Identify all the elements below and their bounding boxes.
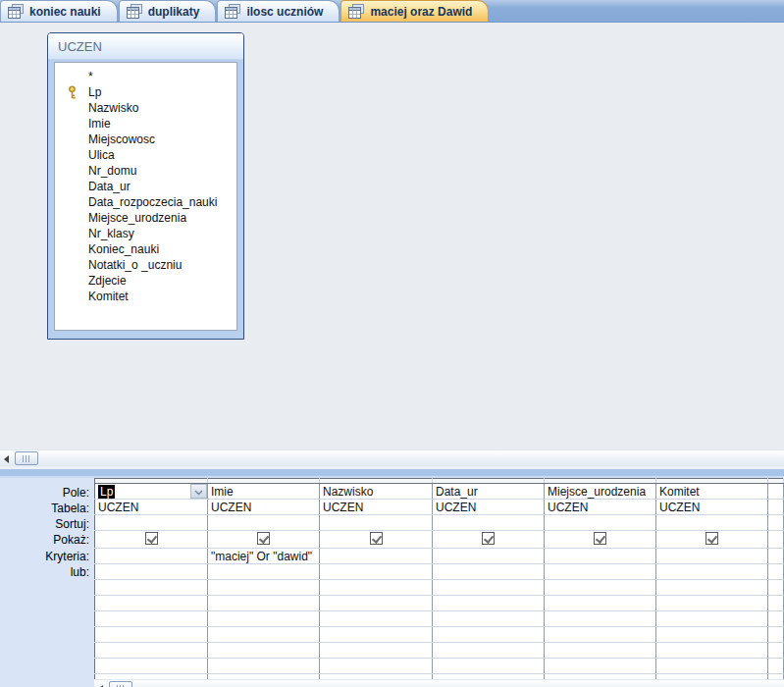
grid-cell-criteria[interactable] xyxy=(320,549,433,564)
grid-cell-show[interactable] xyxy=(95,531,208,549)
grid-empty-cell[interactable] xyxy=(656,643,768,659)
grid-empty-cell[interactable] xyxy=(433,627,545,643)
grid-empty-cell[interactable] xyxy=(768,580,784,596)
grid-empty-cell[interactable] xyxy=(545,596,656,611)
grid-empty-cell[interactable] xyxy=(768,643,784,659)
grid-empty-cell[interactable] xyxy=(433,580,545,596)
field-list-item-data-rozpoczecia-nauki[interactable]: Data_rozpoczecia_nauki xyxy=(55,194,236,210)
field-list-item-[interactable]: * xyxy=(55,69,236,84)
field-list-item-miejscowosc[interactable]: Miejscowosc xyxy=(55,132,236,147)
field-list-item-nr-klasy[interactable]: Nr_klasy xyxy=(55,226,236,241)
grid-cell-criteria[interactable] xyxy=(95,549,208,564)
grid-cell-show[interactable] xyxy=(545,531,656,549)
show-checkbox[interactable] xyxy=(706,532,718,545)
field-list-item-ulica[interactable]: Ulica xyxy=(55,147,236,163)
grid-filler-cell[interactable] xyxy=(768,515,784,531)
grid-empty-cell[interactable] xyxy=(545,627,656,643)
tab-koniec-nauki[interactable]: koniec nauki xyxy=(0,0,118,22)
field-dropdown-button[interactable] xyxy=(190,484,207,499)
grid-cell-show[interactable] xyxy=(208,531,320,549)
grid-cell-sort[interactable] xyxy=(95,515,208,531)
pane-splitter[interactable] xyxy=(0,467,784,478)
field-list-item-notatki-o-uczniu[interactable]: Notatki_o _uczniu xyxy=(55,257,236,273)
field-list-titlebar[interactable]: UCZEN xyxy=(48,33,243,60)
grid-empty-cell[interactable] xyxy=(433,596,545,611)
grid-empty-cell[interactable] xyxy=(433,659,545,674)
grid-empty-cell[interactable] xyxy=(320,627,433,643)
grid-empty-cell[interactable] xyxy=(320,611,433,627)
grid-empty-cell[interactable] xyxy=(208,659,320,674)
grid-cell-field[interactable]: Lp xyxy=(95,484,208,500)
grid-empty-cell[interactable] xyxy=(768,611,784,627)
grid-empty-cell[interactable] xyxy=(320,643,433,659)
field-list-item-miejsce-urodzenia[interactable]: Miejsce_urodzenia xyxy=(55,210,236,226)
grid-empty-cell[interactable] xyxy=(656,659,768,674)
grid-empty-cell[interactable] xyxy=(656,596,768,611)
show-checkbox[interactable] xyxy=(145,532,158,545)
field-list-item-nazwisko[interactable]: Nazwisko xyxy=(55,100,236,116)
grid-empty-cell[interactable] xyxy=(208,627,320,643)
show-checkbox[interactable] xyxy=(257,532,270,545)
grid-empty-cell[interactable] xyxy=(208,580,320,596)
grid-cell-field[interactable]: Imie xyxy=(208,484,320,500)
grid-empty-cell[interactable] xyxy=(95,643,208,659)
show-checkbox[interactable] xyxy=(370,532,383,545)
grid-empty-cell[interactable] xyxy=(433,611,545,627)
field-list-item-komitet[interactable]: Komitet xyxy=(55,289,236,304)
grid-cell-show[interactable] xyxy=(656,531,768,549)
grid-empty-cell[interactable] xyxy=(95,611,208,627)
grid-empty-cell[interactable] xyxy=(95,659,208,674)
grid-empty-cell[interactable] xyxy=(768,627,784,643)
tab-maciej-oraz-dawid[interactable]: maciej oraz Dawid xyxy=(340,0,489,22)
hscrollbar-thumb[interactable] xyxy=(109,681,132,687)
grid-empty-cell[interactable] xyxy=(545,611,656,627)
grid-empty-cell[interactable] xyxy=(656,627,768,643)
grid-empty-cell[interactable] xyxy=(95,580,208,596)
grid-empty-cell[interactable] xyxy=(95,596,208,611)
grid-cell-table[interactable]: UCZEN xyxy=(208,500,320,515)
grid-filler-cell[interactable] xyxy=(768,549,784,564)
grid-cell-sort[interactable] xyxy=(320,515,433,531)
field-list-item-nr-domu[interactable]: Nr_domu xyxy=(55,163,236,179)
field-list-item-zdjecie[interactable]: Zdjecie xyxy=(55,273,236,289)
show-checkbox[interactable] xyxy=(482,532,495,545)
grid-cell-criteria[interactable] xyxy=(656,549,768,564)
grid-cell-criteria[interactable] xyxy=(433,549,545,564)
field-list-item-imie[interactable]: Imie xyxy=(55,116,236,132)
grid-cell-or[interactable] xyxy=(433,564,545,580)
grid-filler-cell[interactable] xyxy=(768,500,784,515)
grid-hscrollbar[interactable] xyxy=(94,679,784,687)
grid-empty-cell[interactable] xyxy=(320,659,433,674)
grid-empty-cell[interactable] xyxy=(656,580,768,596)
grid-filler-cell[interactable] xyxy=(768,484,784,500)
show-checkbox[interactable] xyxy=(594,532,606,545)
grid-cell-sort[interactable] xyxy=(208,515,320,531)
top-pane-hscrollbar[interactable] xyxy=(0,449,784,466)
hscrollbar-thumb[interactable] xyxy=(15,451,38,465)
scroll-left-arrow-icon[interactable] xyxy=(4,455,9,463)
grid-cell-field[interactable]: Data_ur xyxy=(433,484,545,500)
grid-cell-field[interactable]: Miejsce_urodzenia xyxy=(545,484,656,500)
grid-filler-cell[interactable] xyxy=(768,531,784,549)
grid-cell-field[interactable]: Nazwisko xyxy=(320,484,433,500)
grid-cell-table[interactable]: UCZEN xyxy=(433,500,545,515)
tab-duplikaty[interactable]: duplikaty xyxy=(119,0,217,22)
grid-cell-show[interactable] xyxy=(320,531,433,549)
grid-empty-cell[interactable] xyxy=(320,596,433,611)
field-list-item-data-ur[interactable]: Data_ur xyxy=(55,179,236,194)
grid-empty-cell[interactable] xyxy=(545,580,656,596)
grid-empty-cell[interactable] xyxy=(656,611,768,627)
grid-empty-cell[interactable] xyxy=(95,627,208,643)
grid-empty-cell[interactable] xyxy=(545,659,656,674)
grid-cell-sort[interactable] xyxy=(656,515,768,531)
grid-empty-cell[interactable] xyxy=(768,596,784,611)
grid-cell-or[interactable] xyxy=(95,564,208,580)
grid-cell-criteria[interactable]: "maciej" Or "dawid" xyxy=(208,549,320,564)
grid-filler-cell[interactable] xyxy=(768,564,784,580)
grid-cell-or[interactable] xyxy=(208,564,320,580)
grid-empty-cell[interactable] xyxy=(208,596,320,611)
grid-empty-cell[interactable] xyxy=(433,643,545,659)
grid-cell-table[interactable]: UCZEN xyxy=(95,500,208,515)
grid-cell-or[interactable] xyxy=(320,564,433,580)
grid-empty-cell[interactable] xyxy=(545,643,656,659)
